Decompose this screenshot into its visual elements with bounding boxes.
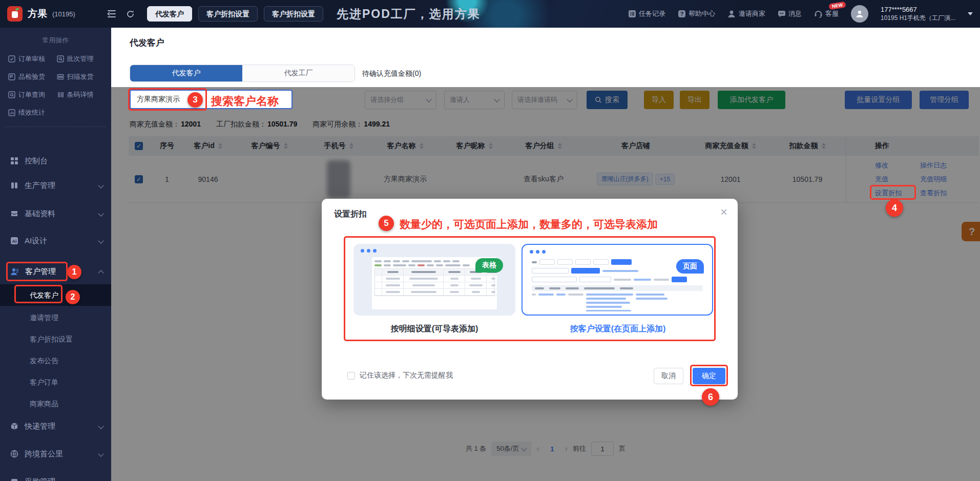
annotation-step-2: 2 [66,290,80,304]
toggle-dropship-factory[interactable]: 代发工厂 [242,65,355,81]
quick-actions-grid: 订单审核 批次管理 品检验货 扫描发货 订单查询 条码详情 [0,45,111,117]
quick-scan-ship[interactable]: 扫描发货 [57,72,106,81]
quick-item-label: 条码详情 [67,90,94,99]
messages-button[interactable]: 消息 [778,9,802,18]
customer-service-label: 客服 [825,9,839,18]
annotation-box-option-cards [344,236,716,341]
sidebar-item-label: 快递管理 [25,422,55,431]
header-actions: 任务记录 ? 帮助中心 邀请商家 消息 客服 NEW [628,5,980,23]
annotation-box-set-discount [870,185,916,200]
quick-item-label: 订单查询 [18,90,45,99]
quick-actions-title: 常用操作 [0,36,111,45]
annotation-tip-text: 数量少的，可选页面上添加，数量多的，可选导表添加 [400,217,658,232]
help-center-label: 帮助中心 [689,9,715,18]
quick-order-search[interactable]: 订单查询 [8,90,57,99]
quick-item-label: 扫描发货 [67,72,94,81]
quick-quality-check[interactable]: 品检验货 [8,72,57,81]
messages-label: 消息 [788,9,802,18]
app-logo-icon [7,6,23,22]
sidebar-item-ai-design[interactable]: Ai AI设计 [0,228,111,253]
customer-factory-toggle: 代发客户 代发工厂 [130,65,355,82]
user-info[interactable]: 177****5667 10195 H1手机壳（工厂演... [881,6,955,22]
quick-item-label: 批次管理 [67,54,94,64]
sidebar-item-console[interactable]: 控制台 [0,149,111,173]
sidebar-item-basedata[interactable]: 基础资料 [0,201,111,226]
sidebar-item-crossborder[interactable]: 跨境首公里 [0,442,111,466]
header-tab-discount-1[interactable]: 客户折扣设置 [198,6,258,22]
logo-text: 方果 [28,7,47,20]
sidebar-subitem-invite-management[interactable]: 邀请管理 [0,308,111,327]
sidebar-subitem-announcement[interactable]: 发布公告 [0,351,111,370]
chevron-up-icon [98,270,103,276]
customer-service-button[interactable]: 客服 NEW [814,9,839,18]
sidebar-item-label: 生产管理 [25,181,55,191]
cancel-button[interactable]: 取消 [654,368,683,384]
quick-batch-manage[interactable]: 批次管理 [57,54,106,64]
sidebar-item-purchase[interactable]: 采购管理 [0,469,111,481]
sidebar-item-label: 基础资料 [25,209,55,219]
annotation-step-1: 1 [67,265,81,279]
close-icon[interactable]: × [720,205,727,219]
header-tab-dfkh[interactable]: 代发客户 [147,6,192,22]
sidebar-item-label: 跨境首公里 [25,449,63,459]
annotation-search-hint: 搜索客户名称 [211,94,279,109]
sidebar-divider [5,127,106,127]
sidebar-item-production[interactable]: 生产管理 [0,173,111,198]
quick-item-label: 订单审核 [18,54,45,64]
pending-recharge-text: 待确认充值金额(0) [362,69,421,78]
top-header: 方果 (10195) 代发客户 客户折扣设置 客户折扣设置 先进POD工厂，选用… [0,0,980,28]
sidebar-item-express[interactable]: 快递管理 [0,414,111,438]
page-title: 代发客户 [130,37,164,49]
modal-title: 设置折扣 [334,209,367,220]
remember-checkbox[interactable] [347,372,355,380]
annotation-step-3: 3 [187,92,203,108]
annotation-box-customer-management [6,262,68,281]
user-account: 10195 H1手机壳（工厂演... [881,14,955,22]
invite-merchant-button[interactable]: 邀请商家 [727,9,765,18]
chevron-down-icon [98,182,103,188]
annotation-step-6: 6 [702,388,719,406]
annotation-box-confirm [690,365,728,386]
sidebar-item-label: 采购管理 [25,477,55,481]
new-badge: NEW [828,1,846,10]
chevron-down-icon [98,451,103,456]
refresh-icon[interactable] [123,7,137,20]
task-log-button[interactable]: 任务记录 [628,9,665,18]
remember-label: 记住该选择，下次无需提醒我 [360,371,453,380]
chevron-down-icon [98,238,103,243]
app-root: 方果 (10195) 代发客户 客户折扣设置 客户折扣设置 先进POD工厂，选用… [0,0,980,481]
quick-item-label: 品检验货 [18,72,45,81]
header-tab-bar: 代发客户 客户折扣设置 客户折扣设置 [147,6,323,22]
quick-performance-stats[interactable]: 绩效统计 [8,108,57,117]
quick-order-audit[interactable]: 订单审核 [8,54,57,64]
user-avatar[interactable] [851,5,868,23]
sidebar-subitem-customer-orders[interactable]: 客户订单 [0,372,111,392]
svg-text:Ai: Ai [12,239,17,244]
sidebar-subitem-merchant-goods[interactable]: 商家商品 [0,394,111,413]
user-phone: 177****5667 [881,6,955,14]
annotation-step-5: 5 [379,216,394,231]
chevron-down-icon [98,423,103,429]
sidebar-item-label: AI设计 [25,236,47,246]
user-menu-caret-icon[interactable] [968,12,973,15]
annotation-step-4: 4 [886,199,903,217]
sidebar-subitem-customer-discount[interactable]: 客户折扣设置 [0,329,111,349]
collapse-sidebar-icon[interactable] [105,7,118,20]
task-log-label: 任务记录 [639,9,665,18]
annotation-box-dropship-customers [14,285,62,303]
header-banner-text: 先进POD工厂，选用方果 [337,6,481,22]
logo-suffix: (10195) [52,10,75,18]
invite-merchant-label: 邀请商家 [739,9,765,18]
svg-text:?: ? [680,11,684,17]
quick-barcode-detail[interactable]: 条码详情 [57,90,106,99]
header-tab-discount-2[interactable]: 客户折扣设置 [264,6,323,22]
chevron-down-icon [98,211,103,216]
sidebar: 常用操作 订单审核 批次管理 品检验货 扫描发货 订单查询 [0,28,111,481]
toggle-dropship-customer[interactable]: 代发客户 [130,65,242,81]
sidebar-item-label: 控制台 [25,156,48,166]
logo[interactable]: 方果 (10195) [0,6,105,22]
quick-item-label: 绩效统计 [18,108,45,117]
help-center-button[interactable]: ? 帮助中心 [678,9,715,18]
